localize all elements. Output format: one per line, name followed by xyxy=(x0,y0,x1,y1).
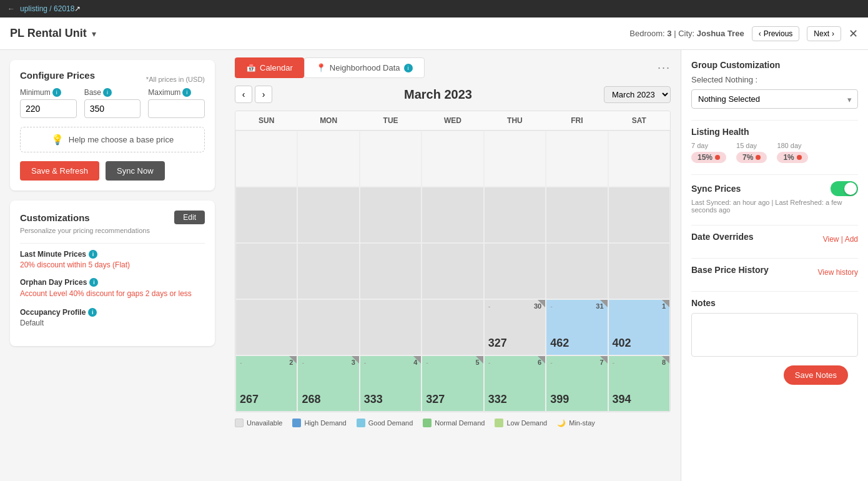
orphan-day-info-icon[interactable]: i xyxy=(89,278,98,287)
base-history-title: Base Price History xyxy=(691,265,769,275)
month-select[interactable]: March 2023 xyxy=(604,86,671,103)
date-overrides-links[interactable]: View | Add xyxy=(823,235,858,244)
calendar-header: ‹ › March 2023 March 2023 xyxy=(235,86,671,103)
table-row[interactable] xyxy=(235,299,297,355)
left-panel: Configure Prices *All prices in (USD) Mi… xyxy=(0,50,225,481)
table-row xyxy=(297,131,359,187)
listing-health-row: 7 day 15% 15 day 7% 180 day xyxy=(691,142,858,163)
neighborhood-tab[interactable]: 📍 Neighborhood Data i xyxy=(304,57,425,78)
base-input[interactable] xyxy=(84,99,141,118)
table-row[interactable]: -5327 xyxy=(422,355,483,412)
health-180day-label: 180 day xyxy=(777,142,801,149)
calendar-grid: SUN MON TUE WED THU FRI SAT -30327-31462… xyxy=(235,111,671,412)
table-row[interactable] xyxy=(360,299,422,355)
neighborhood-info-icon[interactable]: i xyxy=(404,64,413,72)
calendar-tab[interactable]: 📅 Calendar xyxy=(235,57,304,78)
table-row[interactable] xyxy=(235,243,297,299)
toggle-thumb xyxy=(844,182,857,195)
cell-triangle xyxy=(352,356,359,364)
base-info-icon[interactable]: i xyxy=(103,88,112,97)
table-row[interactable] xyxy=(546,243,608,299)
edit-button[interactable]: Edit xyxy=(174,211,205,224)
main-content: Configure Prices *All prices in (USD) Mi… xyxy=(0,50,868,481)
title-dropdown[interactable]: ▾ xyxy=(92,29,96,39)
health-15day-badge: 7% xyxy=(736,152,767,163)
table-row[interactable] xyxy=(422,187,483,243)
table-row[interactable]: -31462 xyxy=(546,299,608,355)
table-row[interactable]: -4333 xyxy=(360,355,422,412)
override-row: Date Overrides View | Add xyxy=(691,232,858,247)
cell-dash: - xyxy=(613,359,615,366)
low-demand-dot xyxy=(495,419,503,427)
table-row[interactable] xyxy=(422,243,483,299)
selected-info: Selected Nothing : xyxy=(691,75,858,84)
maximum-info-icon[interactable]: i xyxy=(182,88,191,97)
table-row[interactable] xyxy=(235,187,297,243)
last-minute-info-icon[interactable]: i xyxy=(89,250,97,259)
health-7day-dot xyxy=(715,155,720,160)
maximum-label: Maximum i xyxy=(148,88,205,97)
table-row xyxy=(235,131,297,187)
table-row[interactable] xyxy=(484,187,546,243)
sync-now-button[interactable]: Sync Now xyxy=(106,161,165,181)
sync-row: Sync Prices xyxy=(691,181,858,196)
table-row[interactable]: -8394 xyxy=(608,355,670,412)
day-sun: SUN xyxy=(235,111,297,130)
day-mon: MON xyxy=(297,111,359,130)
maximum-input[interactable] xyxy=(148,99,205,118)
table-row[interactable] xyxy=(297,243,359,299)
sync-meta: Last Synced: an hour ago | Last Refreshe… xyxy=(691,199,858,214)
more-options-button[interactable]: ··· xyxy=(658,61,671,74)
table-row[interactable]: -6332 xyxy=(484,355,546,412)
next-button[interactable]: Next › xyxy=(807,26,841,41)
date-overrides-section: Date Overrides View | Add xyxy=(691,232,858,247)
cell-price: 462 xyxy=(550,337,569,350)
table-row[interactable] xyxy=(608,187,670,243)
table-row[interactable]: -2267 xyxy=(235,355,297,412)
base-history-link[interactable]: View history xyxy=(818,268,858,277)
table-row[interactable]: 1402 xyxy=(608,299,670,355)
maximum-field: Maximum i xyxy=(148,88,205,118)
table-row[interactable] xyxy=(546,187,608,243)
customizations-card: Customizations Edit Personalize your pri… xyxy=(10,201,215,346)
occupancy-title: Occupancy Profile i xyxy=(20,308,205,317)
group-select[interactable]: Nothing Selected xyxy=(691,89,858,109)
save-refresh-button[interactable]: Save & Refresh xyxy=(20,161,99,181)
table-row[interactable] xyxy=(484,243,546,299)
cell-price: 402 xyxy=(613,337,631,350)
previous-button[interactable]: ‹ Previous xyxy=(752,26,800,41)
minimum-info-icon[interactable]: i xyxy=(52,88,61,97)
minimum-input[interactable] xyxy=(20,99,77,118)
cell-dash: - xyxy=(488,302,491,310)
back-arrow[interactable]: ← xyxy=(7,4,15,13)
table-row[interactable] xyxy=(297,299,359,355)
price-fields: Minimum i Base i Maximum i xyxy=(20,88,205,118)
minimum-label: Minimum i xyxy=(20,88,77,97)
notes-textarea[interactable] xyxy=(691,313,858,357)
table-row[interactable]: -30327 xyxy=(484,299,546,355)
cell-triangle xyxy=(476,356,483,364)
table-row[interactable] xyxy=(422,299,483,355)
table-row[interactable] xyxy=(360,187,422,243)
prev-month-button[interactable]: ‹ xyxy=(235,86,252,103)
help-base-price-button[interactable]: 💡 Help me choose a base price xyxy=(20,127,205,152)
table-row[interactable]: -3268 xyxy=(297,355,359,412)
occupancy-info-icon[interactable]: i xyxy=(88,308,97,317)
uplisting-link[interactable]: uplisting / 62018 xyxy=(20,4,74,13)
save-notes-wrapper: Save Notes xyxy=(691,370,858,395)
cell-triangle xyxy=(538,356,545,364)
next-month-button[interactable]: › xyxy=(255,86,272,103)
currency-note: *All prices in (USD) xyxy=(146,76,205,83)
table-row[interactable] xyxy=(297,187,359,243)
table-row[interactable] xyxy=(360,243,422,299)
health-15day: 15 day 7% xyxy=(736,142,767,163)
sync-toggle[interactable] xyxy=(831,181,858,196)
close-button[interactable]: ✕ xyxy=(849,27,858,41)
table-row[interactable]: -7399 xyxy=(546,355,608,412)
cell-triangle xyxy=(662,300,669,307)
save-notes-button[interactable]: Save Notes xyxy=(784,365,848,385)
external-link-icon: ↗ xyxy=(74,4,81,13)
table-row[interactable] xyxy=(608,243,670,299)
table-row xyxy=(360,131,422,187)
bulb-icon: 💡 xyxy=(51,134,64,146)
